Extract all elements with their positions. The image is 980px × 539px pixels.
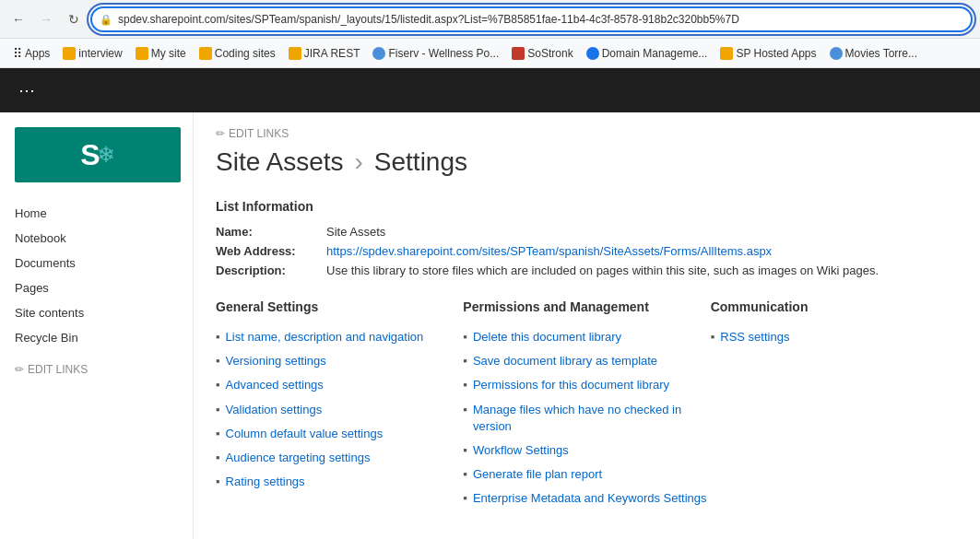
bookmarks-bar: ⠿ Apps interview My site Coding sites JI… <box>0 39 980 68</box>
communication-col: Communication RSS settings <box>711 299 958 515</box>
list-info-address-row: Web Address: https://spdev.sharepoint.co… <box>216 244 958 258</box>
manage-files-link[interactable]: Manage files which have no checked in ve… <box>473 402 711 435</box>
bookmark-globe-icon <box>830 47 843 60</box>
settings-link-save-template: Save document library as template <box>463 353 710 369</box>
bookmark-fiserv[interactable]: Fiserv - Wellness Po... <box>367 44 504 63</box>
site-logo-icon: ❄ <box>97 142 115 168</box>
rating-link[interactable]: Rating settings <box>226 474 305 490</box>
bookmark-coding-sites[interactable]: Coding sites <box>194 44 281 63</box>
settings-link-workflow: Workflow Settings <box>463 442 710 459</box>
settings-link-versioning: Versioning settings <box>216 353 463 369</box>
bookmark-interview[interactable]: interview <box>57 44 127 63</box>
apps-label: Apps <box>25 47 50 60</box>
breadcrumb-parent[interactable]: Site Assets <box>216 147 344 177</box>
delete-library-link[interactable]: Delete this document library <box>473 329 621 346</box>
bookmark-folder-icon <box>199 47 212 60</box>
sidebar-item-pages[interactable]: Pages <box>0 275 193 300</box>
sidebar-item-home[interactable]: Home <box>0 201 193 226</box>
bookmark-sostronk[interactable]: SoStronk <box>506 44 578 63</box>
general-settings-title: General Settings <box>216 299 463 318</box>
reload-button[interactable]: ↻ <box>63 8 85 30</box>
bookmark-label: Movies Torre... <box>845 47 917 60</box>
settings-link-rss: RSS settings <box>711 329 958 346</box>
breadcrumb-current: Settings <box>374 147 467 177</box>
address-value: https://spdev.sharepoint.com/sites/SPTea… <box>326 244 772 258</box>
list-info-description-row: Description: Use this library to store f… <box>216 264 958 277</box>
sidebar-item-recycle-bin[interactable]: Recycle Bin <box>0 325 193 350</box>
sidebar-item-site-contents[interactable]: Site contents <box>0 300 193 325</box>
bookmark-globe-icon <box>372 47 385 60</box>
bookmark-label: My site <box>151 47 186 60</box>
address-label: Web Address: <box>216 244 326 258</box>
permissions-title: Permissions and Management <box>463 299 710 318</box>
audience-targeting-link[interactable]: Audience targeting settings <box>226 450 371 466</box>
name-label: Name: <box>216 225 326 239</box>
file-plan-link[interactable]: Generate file plan report <box>473 466 602 483</box>
sidebar: S ❄ Home Notebook Documents Pages Site c… <box>0 112 194 539</box>
settings-link-audience: Audience targeting settings <box>216 450 463 466</box>
site-logo: S ❄ <box>15 127 181 182</box>
bookmark-folder-icon <box>63 47 76 60</box>
validation-link[interactable]: Validation settings <box>226 402 323 418</box>
list-info-name-row: Name: Site Assets <box>216 225 958 239</box>
permissions-link[interactable]: Permissions for this document library <box>473 377 669 393</box>
web-address-link[interactable]: https://spdev.sharepoint.com/sites/SPTea… <box>326 244 772 258</box>
settings-link-enterprise-metadata: Enterprise Metadata and Keywords Setting… <box>463 490 710 507</box>
bookmark-domain[interactable]: Domain Manageme... <box>581 44 714 63</box>
bookmark-label: SoStronk <box>527 47 573 60</box>
main-content: ✏ EDIT LINKS Site Assets › Settings List… <box>194 112 980 539</box>
settings-link-advanced: Advanced settings <box>216 377 463 393</box>
settings-link-rating: Rating settings <box>216 474 463 490</box>
bookmark-jira[interactable]: JIRA REST <box>283 44 366 63</box>
edit-links-top[interactable]: ✏ EDIT LINKS <box>216 127 958 140</box>
edit-links-label: EDIT LINKS <box>28 363 88 376</box>
lock-icon: 🔒 <box>100 13 112 25</box>
settings-link-list-name: List name, description and navigation <box>216 329 463 346</box>
page-layout: S ❄ Home Notebook Documents Pages Site c… <box>0 112 980 539</box>
bookmark-label: JIRA REST <box>304 47 360 60</box>
forward-button[interactable]: → <box>35 8 57 30</box>
settings-link-file-plan: Generate file plan report <box>463 466 710 483</box>
sidebar-edit-links[interactable]: ✏ EDIT LINKS <box>0 357 193 381</box>
rss-settings-link[interactable]: RSS settings <box>720 329 789 346</box>
bookmark-label: interview <box>78 47 122 60</box>
enterprise-metadata-link[interactable]: Enterprise Metadata and Keywords Setting… <box>473 490 707 507</box>
settings-link-validation: Validation settings <box>216 402 463 418</box>
description-label: Description: <box>216 264 326 277</box>
versioning-link[interactable]: Versioning settings <box>226 353 326 369</box>
save-template-link[interactable]: Save document library as template <box>473 353 657 369</box>
settings-columns: General Settings List name, description … <box>216 299 958 515</box>
address-bar[interactable] <box>90 6 973 32</box>
settings-link-column-default: Column default value settings <box>216 426 463 442</box>
pencil-icon: ✏ <box>15 363 24 376</box>
sidebar-item-notebook[interactable]: Notebook <box>0 226 193 251</box>
sp-waffle-icon[interactable]: ⋯ <box>11 73 42 108</box>
apps-bookmarks[interactable]: ⠿ Apps <box>7 43 55 64</box>
settings-link-permissions: Permissions for this document library <box>463 377 710 393</box>
bookmark-label: SP Hosted Apps <box>736 47 816 60</box>
communication-title: Communication <box>711 299 958 318</box>
waffle-small-icon: ⠿ <box>13 46 22 61</box>
bookmark-folder-icon <box>289 47 301 60</box>
bookmark-sp-hosted[interactable]: SP Hosted Apps <box>714 44 821 63</box>
list-information: List Information Name: Site Assets Web A… <box>216 199 958 277</box>
list-info-title: List Information <box>216 199 958 214</box>
bookmark-mysite[interactable]: My site <box>130 44 192 63</box>
permissions-col: Permissions and Management Delete this d… <box>463 299 710 515</box>
back-button[interactable]: ← <box>7 8 30 30</box>
bookmark-folder-icon <box>136 47 148 60</box>
advanced-settings-link[interactable]: Advanced settings <box>226 377 324 393</box>
settings-link-delete: Delete this document library <box>463 329 710 346</box>
bookmark-icon <box>586 47 599 60</box>
sidebar-item-documents[interactable]: Documents <box>0 251 193 275</box>
page-title: Site Assets › Settings <box>216 147 958 177</box>
bookmark-icon <box>512 47 525 60</box>
column-default-link[interactable]: Column default value settings <box>226 426 384 442</box>
breadcrumb-separator: › <box>355 147 363 177</box>
settings-link-manage-files: Manage files which have no checked in ve… <box>463 402 710 435</box>
bookmark-label: Fiserv - Wellness Po... <box>388 47 499 60</box>
bookmark-movies[interactable]: Movies Torre... <box>824 44 923 63</box>
list-name-link[interactable]: List name, description and navigation <box>226 329 424 346</box>
workflow-settings-link[interactable]: Workflow Settings <box>473 442 569 459</box>
bookmark-label: Coding sites <box>215 47 276 60</box>
